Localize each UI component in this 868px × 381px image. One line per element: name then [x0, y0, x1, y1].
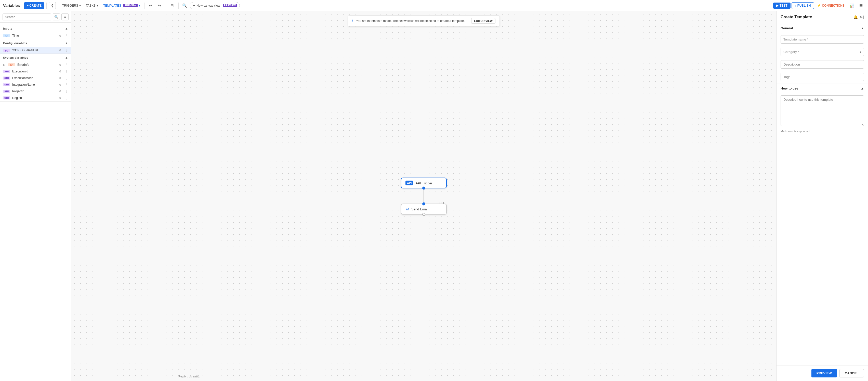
nav-divider-3	[144, 3, 145, 9]
type-badge-u: {U}	[8, 63, 15, 66]
diagram-icon: ⊞	[170, 3, 174, 8]
filter-button[interactable]: 🔍	[53, 13, 60, 21]
general-section-header[interactable]: General ▲	[776, 23, 868, 33]
right-panel-body: General ▲ Category * ▾	[776, 23, 868, 365]
inputs-section-header[interactable]: Inputs ▲	[0, 25, 71, 32]
redo-button[interactable]: ↪	[156, 2, 164, 10]
inputs-section-title: Inputs	[3, 27, 12, 30]
create-button[interactable]: + CREATE	[24, 2, 44, 9]
var-count: 0	[59, 63, 61, 66]
connections-icon: ⚡	[817, 4, 821, 7]
templates-tab[interactable]: TEMPLATES PREVIEW ▾	[101, 3, 142, 9]
diagram-button[interactable]: ⊞	[168, 2, 176, 10]
config-section-header[interactable]: Config Variables ▲	[0, 39, 71, 47]
how-to-use-section: How to use ▲ Markdown is supported	[776, 83, 868, 135]
canvas-preview-badge: PREVIEW	[223, 4, 237, 7]
node-id-badge: ID: 1	[439, 202, 444, 205]
preview-button[interactable]: PREVIEW	[811, 369, 837, 377]
more-menu-icon[interactable]: ⋮	[64, 34, 68, 38]
more-menu-icon[interactable]: ⋮	[64, 89, 68, 93]
more-menu-icon[interactable]: ⋮	[64, 83, 68, 87]
canvas-area: ℹ You are in template mode. The below fl…	[71, 11, 776, 381]
more-menu-icon[interactable]: ⋮	[64, 76, 68, 80]
var-name: ErrorInfo	[17, 63, 57, 66]
list-item[interactable]: STR ProjectId 0 ⋮	[0, 88, 71, 95]
cancel-button[interactable]: CANCEL	[839, 369, 864, 377]
right-panel: Create Template 🔔 ⊳| General ▲	[776, 11, 868, 381]
expand-icon[interactable]: ▶	[3, 63, 5, 66]
right-panel-title: Create Template	[781, 15, 812, 19]
type-badge-str: STR	[3, 90, 10, 93]
publish-button[interactable]: ↑ PUBLISH	[792, 2, 814, 9]
redo-icon: ↪	[158, 3, 161, 8]
app-title: Variables	[3, 3, 20, 8]
list-item[interactable]: [S] 'CONFIG_email_id' 0 ⋮	[0, 47, 71, 54]
list-item[interactable]: INT Time 0 ⋮	[0, 32, 71, 39]
description-input[interactable]	[781, 60, 864, 68]
tags-input[interactable]	[781, 73, 864, 81]
zoom-button[interactable]: 🔍	[181, 2, 189, 10]
filter-icon: ≡	[64, 15, 66, 19]
var-name: Time	[12, 34, 57, 37]
top-navigation: Variables + CREATE ❮ TRIGGERS ▾ TASKS ▾ …	[0, 0, 868, 11]
sidebar-content: Inputs ▲ INT Time 0 ⋮ Config Variables ▲…	[0, 23, 71, 381]
how-to-use-textarea[interactable]	[781, 95, 864, 126]
panel-footer: PREVIEW CANCEL	[776, 365, 868, 381]
more-menu-icon[interactable]: ⋮	[64, 69, 68, 74]
system-section-header[interactable]: System Variables ▲	[0, 54, 71, 61]
triggers-chevron-icon: ▾	[79, 4, 81, 7]
var-count: 0	[59, 70, 61, 73]
list-item[interactable]: STR Region 0 ⋮	[0, 95, 71, 101]
undo-button[interactable]: ↩	[147, 2, 155, 10]
chart-button[interactable]: 📊	[847, 2, 856, 10]
bell-icon[interactable]: 🔔	[854, 15, 858, 19]
upload-icon: ↑	[795, 4, 796, 7]
right-panel-icons: 🔔 ⊳|	[854, 15, 864, 19]
tasks-tab[interactable]: TASKS ▾	[84, 3, 100, 9]
canvas-region: Region: us-east1	[178, 375, 199, 378]
more-menu-icon[interactable]: ⋮	[64, 63, 68, 67]
search-bar: 🔍 ≡	[0, 11, 71, 23]
connector-line	[424, 188, 424, 204]
templates-preview-badge: PREVIEW	[123, 4, 137, 7]
connections-label: CONNECTIONS	[822, 4, 844, 7]
template-name-field	[776, 33, 868, 46]
connections-button[interactable]: ⚡ CONNECTIONS	[815, 3, 846, 9]
template-name-input[interactable]	[781, 35, 864, 43]
menu-button[interactable]: ☰	[857, 2, 865, 10]
category-field: Category * ▾	[776, 46, 868, 58]
system-variables-section: System Variables ▲ ▶ {U} ErrorInfo 0 ⋮ S…	[0, 54, 71, 101]
banner-text: You are in template mode. The below flow…	[356, 19, 465, 23]
templates-label: TEMPLATES	[103, 4, 121, 7]
list-item[interactable]: ▶ {U} ErrorInfo 0 ⋮	[0, 61, 71, 68]
var-name: Region	[12, 96, 57, 100]
category-select[interactable]: Category *	[781, 48, 864, 56]
tasks-label: TASKS	[86, 4, 96, 7]
settings-button[interactable]: ≡	[61, 13, 68, 21]
list-item[interactable]: STR IntegrationName 0 ⋮	[0, 81, 71, 88]
editor-view-button[interactable]: EDITOR VIEW	[471, 18, 495, 24]
canvas-view-pill[interactable]: − New canvas view PREVIEW	[190, 2, 240, 9]
more-menu-icon[interactable]: ⋮	[64, 48, 68, 52]
expand-icon[interactable]: ⊳|	[860, 15, 864, 19]
send-email-node[interactable]: ID: 1 ✉ Send Email	[401, 204, 447, 215]
triggers-label: TRIGGERS	[62, 4, 78, 7]
search-input[interactable]	[3, 13, 51, 21]
list-item[interactable]: STR ExecutionMode 0 ⋮	[0, 75, 71, 81]
canvas-nodes: API API Trigger ID: 1 ✉ Send Email	[401, 178, 447, 215]
canvas-view-label: New canvas view	[196, 4, 220, 7]
type-badge-str: STR	[3, 70, 10, 73]
collapse-button[interactable]: ❮	[49, 2, 56, 9]
test-button[interactable]: ▶ TEST	[773, 3, 790, 9]
triggers-tab[interactable]: TRIGGERS ▾	[60, 3, 83, 9]
how-to-use-section-header[interactable]: How to use ▲	[776, 83, 868, 93]
undo-icon: ↩	[149, 3, 152, 8]
node-connector-top	[422, 203, 425, 206]
var-name: 'CONFIG_email_id'	[12, 49, 57, 52]
general-section-title: General	[781, 26, 793, 30]
api-trigger-node[interactable]: API API Trigger	[401, 178, 447, 188]
list-item[interactable]: STR ExecutionId 0 ⋮	[0, 68, 71, 75]
left-sidebar: 🔍 ≡ Inputs ▲ INT Time 0 ⋮	[0, 11, 71, 381]
config-section-title: Config Variables	[3, 41, 27, 45]
more-menu-icon[interactable]: ⋮	[64, 96, 68, 100]
